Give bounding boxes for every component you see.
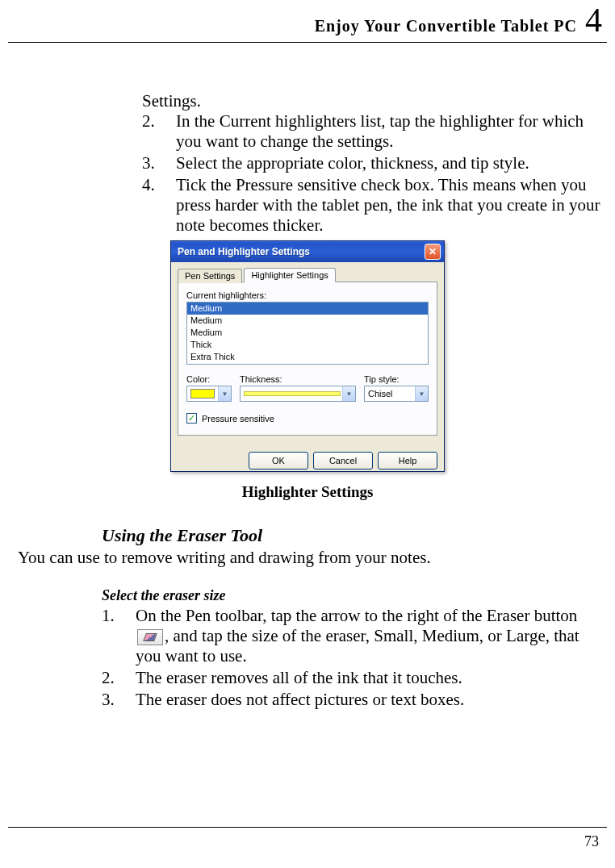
list-item: 3. The eraser does not affect pictures o… [102, 690, 602, 710]
list-item[interactable]: Thick [187, 339, 428, 351]
thickness-field: Thickness: ▼ [240, 374, 356, 402]
dialog-figure: Pen and Highlighter Settings ✕ Pen Setti… [13, 240, 602, 472]
step-number: 2. [142, 111, 176, 152]
eraser-icon [137, 629, 163, 645]
tab-pen-settings[interactable]: Pen Settings [178, 269, 242, 283]
list-item: 1. On the Pen toolbar, tap the arrow to … [102, 606, 602, 666]
list-item: 2. In the Current highlighters list, tap… [142, 111, 602, 152]
chevron-down-icon: ▼ [342, 386, 355, 401]
properties-row: Color: ▼ Thickness: ▼ [186, 374, 429, 402]
chevron-down-icon: ▼ [218, 386, 231, 401]
step-number: 3. [142, 153, 176, 173]
color-combo[interactable]: ▼ [186, 386, 232, 402]
color-swatch [190, 389, 215, 399]
dialog-body: Pen Settings Highlighter Settings Curren… [171, 262, 444, 444]
close-button[interactable]: ✕ [425, 244, 441, 260]
step-number: 1. [102, 606, 136, 666]
tip-combo[interactable]: Chisel ▼ [364, 386, 429, 402]
list-item: 3. Select the appropriate color, thickne… [142, 153, 602, 173]
step-text: On the Pen toolbar, tap the arrow to the… [136, 606, 602, 666]
eraser-glyph [143, 633, 157, 641]
tip-label: Tip style: [364, 374, 429, 384]
step-text: The eraser does not affect pictures or t… [136, 690, 602, 710]
dialog-buttons: OK Cancel Help [171, 444, 444, 471]
list-item: 2. The eraser removes all of the ink tha… [102, 668, 602, 688]
tab-highlighter-settings[interactable]: Highlighter Settings [244, 268, 335, 282]
pressure-label: Pressure sensitive [202, 414, 274, 424]
list-item[interactable]: Medium [187, 327, 428, 339]
page-number: 73 [584, 833, 599, 850]
help-button[interactable]: Help [378, 452, 437, 469]
pressure-row: ✓ Pressure sensitive [186, 413, 429, 424]
chapter-number: 4 [585, 3, 602, 37]
tab-panel: Current highlighters: Medium Medium Medi… [178, 282, 437, 436]
cancel-button[interactable]: Cancel [313, 452, 373, 469]
chevron-down-icon: ▼ [415, 386, 428, 401]
tip-value: Chisel [366, 389, 393, 399]
step-text-post: , and tap the size of the eraser, Small,… [136, 626, 579, 666]
step-number: 3. [102, 690, 136, 710]
thickness-combo[interactable]: ▼ [240, 386, 356, 402]
pressure-checkbox[interactable]: ✓ [186, 413, 197, 424]
tab-strip: Pen Settings Highlighter Settings [178, 267, 437, 282]
color-label: Color: [186, 374, 232, 384]
dialog-title: Pen and Highlighter Settings [178, 246, 310, 257]
thickness-preview [244, 391, 341, 396]
section-intro: You can use to remove writing and drawin… [13, 548, 602, 568]
list-item[interactable]: Extra Thick [187, 351, 428, 363]
step-text-pre: On the Pen toolbar, tap the arrow to the… [136, 606, 577, 625]
color-field: Color: ▼ [186, 374, 232, 402]
page-header: Enjoy Your Convertible Tablet PC 4 [8, 0, 607, 43]
footer-rule [8, 827, 607, 828]
step-text: The eraser removes all of the ink that i… [136, 668, 602, 688]
step-text: Tick the Pressure sensitive check box. T… [176, 175, 602, 236]
list-label: Current highlighters: [186, 290, 429, 300]
highlighter-listbox[interactable]: Medium Medium Medium Thick Extra Thick [186, 302, 429, 365]
step-number: 4. [142, 175, 176, 236]
tip-field: Tip style: Chisel ▼ [364, 374, 429, 402]
step-text: Select the appropriate color, thickness,… [176, 153, 602, 173]
steps-list-eraser: 1. On the Pen toolbar, tap the arrow to … [13, 606, 602, 710]
continued-line: Settings. [13, 91, 602, 111]
dialog-titlebar: Pen and Highlighter Settings ✕ [171, 241, 444, 262]
figure-caption: Highlighter Settings [13, 483, 602, 501]
ok-button[interactable]: OK [249, 452, 308, 469]
steps-list-top: 2. In the Current highlighters list, tap… [13, 111, 602, 236]
page-content: Settings. 2. In the Current highlighters… [8, 43, 607, 710]
step-number: 2. [102, 668, 136, 688]
list-item[interactable]: Medium [187, 303, 428, 315]
header-title: Enjoy Your Convertible Tablet PC [315, 17, 577, 35]
list-item[interactable]: Medium [187, 315, 428, 327]
sub-heading: Select the eraser size [13, 587, 602, 604]
settings-dialog: Pen and Highlighter Settings ✕ Pen Setti… [170, 240, 445, 472]
step-text: In the Current highlighters list, tap th… [176, 111, 602, 152]
list-item: 4. Tick the Pressure sensitive check box… [142, 175, 602, 236]
section-heading: Using the Eraser Tool [13, 525, 602, 546]
thickness-label: Thickness: [240, 374, 356, 384]
